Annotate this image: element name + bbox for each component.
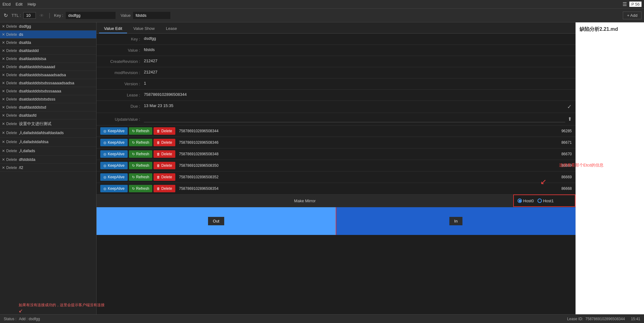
- close-icon[interactable]: ✕: [2, 89, 5, 93]
- close-icon[interactable]: ✕: [2, 81, 5, 85]
- key-list-item[interactable]: ✕Delete/l2: [0, 164, 96, 172]
- keepalive-button[interactable]: ◎ KeepAlive: [100, 150, 128, 158]
- close-icon[interactable]: ✕: [2, 40, 5, 45]
- delete-lease-button[interactable]: 🗑 Delete: [154, 185, 175, 192]
- far-right-panel: 缺陷分析2.21.md: [575, 22, 644, 314]
- refresh-button[interactable]: ↻ Refresh: [129, 139, 152, 146]
- key-list-item[interactable]: ✕Delete设置中文进行测试: [0, 119, 96, 129]
- tab-value-show[interactable]: Value Show: [128, 24, 159, 33]
- keepalive-button[interactable]: ◎ KeepAlive: [100, 127, 128, 135]
- close-icon[interactable]: ✕: [2, 157, 5, 162]
- key-list-item[interactable]: ✕Deletedsafdastddstsaaaad: [0, 63, 96, 71]
- delete-button[interactable]: Delete: [6, 122, 17, 126]
- delete-button[interactable]: Delete: [6, 57, 17, 61]
- close-icon[interactable]: ✕: [2, 131, 5, 135]
- close-icon[interactable]: ✕: [2, 32, 5, 37]
- delete-button[interactable]: Delete: [6, 32, 17, 37]
- delete-button[interactable]: Delete: [6, 97, 17, 101]
- delete-lease-button[interactable]: 🗑 Delete: [154, 162, 175, 169]
- delete-button[interactable]: Delete: [6, 113, 17, 118]
- refresh-button[interactable]: ↻ Refresh: [129, 185, 152, 192]
- tab-lease[interactable]: Lease: [161, 24, 182, 33]
- close-icon[interactable]: ✕: [2, 140, 5, 144]
- delete-button[interactable]: Delete: [6, 49, 17, 53]
- key-list-item[interactable]: ✕Deletedsafdastddstsdsssaaaa: [0, 87, 96, 95]
- key-list-item[interactable]: ✕Deletedsatdastddststsdsss: [0, 95, 96, 103]
- delete-button[interactable]: Delete: [6, 73, 17, 77]
- keepalive-button[interactable]: ◎ KeepAlive: [100, 139, 128, 146]
- close-icon[interactable]: ✕: [2, 73, 5, 77]
- keepalive-icon: ◎: [103, 152, 107, 156]
- host1-radio[interactable]: [537, 199, 542, 203]
- key-list-item[interactable]: ✕Deletedsafdastdd: [0, 47, 96, 55]
- delete-lease-button[interactable]: 🗑 Delete: [154, 127, 175, 135]
- key-list-item[interactable]: ✕Delete人dafads: [0, 147, 96, 156]
- host0-option[interactable]: Host0: [518, 199, 534, 203]
- upload-icon[interactable]: ⬆: [568, 116, 572, 122]
- close-icon[interactable]: ✕: [2, 149, 5, 153]
- hamburger-icon[interactable]: ☰: [623, 1, 627, 7]
- delete-button[interactable]: Delete: [6, 89, 17, 93]
- far-right-doc-title: 缺陷分析2.21.md: [578, 25, 642, 34]
- delete-button[interactable]: Delete: [6, 24, 17, 29]
- delete-button[interactable]: Delete: [6, 166, 17, 170]
- delete-button[interactable]: Delete: [6, 40, 17, 45]
- add-button[interactable]: + Add: [623, 12, 642, 19]
- ttl-value: 10: [23, 12, 36, 19]
- key-list-item[interactable]: ✕Deletedsafdastddstsd: [0, 103, 96, 111]
- delete-lease-button[interactable]: 🗑 Delete: [154, 173, 175, 181]
- key-list-item[interactable]: ✕Deletedsafdasfd: [0, 111, 96, 119]
- delete-button[interactable]: Delete: [6, 140, 17, 144]
- close-icon[interactable]: ✕: [2, 97, 5, 101]
- key-list-item[interactable]: ✕Delete人dafadstdafdsa: [0, 138, 96, 147]
- checkmark-icon[interactable]: ✓: [565, 103, 572, 110]
- keepalive-label: KeepAlive: [108, 186, 125, 191]
- key-list-item[interactable]: ✕Deletedsafdastddstsdsssaaaadsadsa: [0, 79, 96, 87]
- keepalive-button[interactable]: ◎ KeepAlive: [100, 162, 128, 169]
- refresh-button[interactable]: ↻ Refresh: [129, 162, 152, 169]
- keepalive-icon: ◎: [103, 164, 107, 168]
- close-icon[interactable]: ✕: [2, 105, 5, 110]
- delete-lease-button[interactable]: 🗑 Delete: [154, 139, 175, 146]
- host0-radio[interactable]: [518, 199, 522, 203]
- close-icon[interactable]: ✕: [2, 65, 5, 69]
- delete-button[interactable]: Delete: [6, 105, 17, 110]
- host1-option[interactable]: Host1: [537, 199, 554, 203]
- keepalive-button[interactable]: ◎ KeepAlive: [100, 173, 128, 181]
- key-list-item[interactable]: ✕Deletedsafdastddstsa: [0, 55, 96, 63]
- key-list-item[interactable]: ✕Deleteds: [0, 30, 96, 39]
- menu-item-edit[interactable]: Edit: [16, 2, 22, 7]
- close-icon[interactable]: ✕: [2, 57, 5, 61]
- menu-item-help[interactable]: Help: [27, 2, 36, 7]
- key-input[interactable]: [66, 12, 116, 19]
- delete-button[interactable]: Delete: [6, 157, 17, 162]
- close-icon[interactable]: ✕: [2, 24, 5, 29]
- close-icon[interactable]: ✕: [2, 122, 5, 126]
- toolbar-refresh-button[interactable]: ↻: [2, 12, 9, 19]
- key-list-item[interactable]: ✕Deletedsafdastddstsaaaadsadsa: [0, 71, 96, 79]
- refresh-button[interactable]: ↻ Refresh: [129, 150, 152, 158]
- key-list-item[interactable]: ✕Delete人dafadstdafdsafdastads: [0, 129, 96, 138]
- update-value-input[interactable]: [144, 116, 565, 122]
- key-name-label: dsafdastddstsaaaad: [19, 64, 94, 69]
- key-list-item[interactable]: ✕Deletedsdfgg: [0, 22, 96, 30]
- refresh-button[interactable]: ↻ Refresh: [129, 173, 152, 181]
- value-input[interactable]: [133, 12, 170, 19]
- key-list-item[interactable]: ✕Deletedsafda: [0, 39, 96, 47]
- keepalive-button[interactable]: ◎ KeepAlive: [100, 185, 128, 192]
- key-list-item[interactable]: ✕Deletedfstdstda: [0, 156, 96, 164]
- delete-button[interactable]: Delete: [6, 65, 17, 69]
- delete-button[interactable]: Delete: [6, 81, 17, 85]
- tab-value-edit[interactable]: Value Edit: [99, 24, 127, 33]
- close-icon[interactable]: ✕: [2, 49, 5, 53]
- close-icon[interactable]: ✕: [2, 113, 5, 118]
- delete-button[interactable]: Delete: [6, 131, 17, 135]
- make-mirror-button[interactable]: Make Mirror: [97, 194, 513, 207]
- mirror-in-button[interactable]: In: [449, 217, 463, 225]
- delete-lease-button[interactable]: 🗑 Delete: [154, 150, 175, 158]
- menu-item-etcd[interactable]: Etcd: [2, 2, 11, 7]
- close-icon[interactable]: ✕: [2, 166, 5, 170]
- refresh-button[interactable]: ↻ Refresh: [129, 127, 152, 135]
- mirror-out-button[interactable]: Out: [208, 217, 225, 225]
- delete-button[interactable]: Delete: [6, 149, 17, 153]
